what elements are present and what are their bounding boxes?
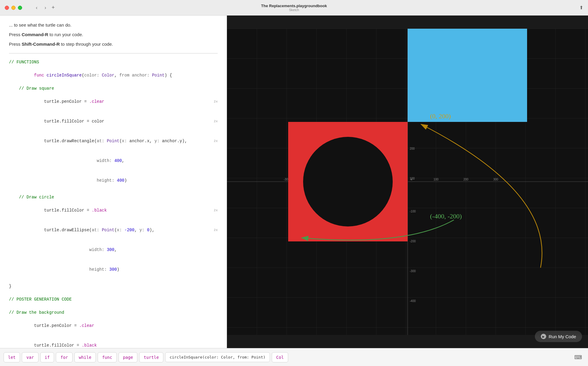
nav-back-button[interactable]: ‹ (34, 4, 39, 11)
keyword-col[interactable]: Col (272, 352, 288, 362)
svg-text:-400: -400 (410, 299, 416, 303)
code-line-ellipse-height: height: 300) (9, 260, 218, 279)
close-button[interactable] (5, 6, 9, 10)
divider (9, 53, 218, 53)
code-line-fillcolor-black: turtle.fillColor = .black 2x (9, 200, 218, 220)
svg-text:100: 100 (410, 177, 415, 180)
canvas-area: x -300 -200 -100 100 200 300 500 400 300… (227, 16, 588, 348)
badge-2x-1: 2x (214, 98, 218, 105)
svg-text:-200: -200 (410, 240, 416, 243)
svg-text:300: 300 (493, 178, 498, 181)
annotation-label-neg400-neg200: (-400, -200) (430, 212, 462, 220)
run-button-label: Run My Code (549, 334, 576, 339)
badge-2x-3: 2x (214, 138, 218, 144)
code-line-width1: width: 400, (9, 151, 218, 171)
badge-2x-4: 2x (214, 207, 218, 214)
bottom-bar: let var if for while func page turtle ci… (0, 348, 588, 366)
code-line-drawellipse: turtle.drawEllipse(at: Point(x: -200, y:… (9, 220, 218, 240)
nav-controls: ‹ › + (34, 4, 55, 11)
code-editor[interactable]: // FUNCTIONS func circleInSquare(color: … (9, 59, 218, 348)
keyword-var[interactable]: var (22, 352, 38, 362)
titlebar-center: The Replacements.playgroundbook Sketch (261, 4, 327, 12)
blue-square (408, 29, 527, 122)
prose-line2: Press Command-R to run your code. (9, 31, 218, 38)
code-line-fill-black2: turtle.fillColor = .black (9, 336, 218, 348)
code-line-drawrect1: turtle.drawRectangle(at: Point(x: anchor… (9, 131, 218, 151)
svg-text:200: 200 (463, 178, 469, 181)
code-line-comment-poster: // POSTER GENERATION CODE (9, 296, 218, 303)
badge-2x-2: 2x (214, 118, 218, 125)
window-subtitle: Sketch (289, 8, 299, 12)
titlebar-right: ⬆ (579, 5, 583, 10)
keyword-let[interactable]: let (4, 352, 20, 362)
keyword-page[interactable]: page (119, 352, 138, 362)
minimize-button[interactable] (11, 6, 16, 10)
code-line-pencolor-clear: turtle.penColor = .clear 2x (9, 92, 218, 111)
code-line-ellipse-width: width: 300, (9, 240, 218, 260)
code-line-height1: height: 400) (9, 171, 218, 190)
prose-line3: Press Shift-Command-R to step through yo… (9, 41, 218, 48)
code-line-comment-circle: // Draw circle (9, 194, 218, 200)
code-line-fillcolor-color: turtle.fillColor = color 2x (9, 111, 218, 131)
nav-forward-button[interactable]: › (43, 4, 48, 11)
badge-2x-5: 2x (214, 227, 218, 233)
keyboard-toggle-button[interactable]: ⌨ (572, 353, 584, 362)
maximize-button[interactable] (18, 6, 22, 10)
canvas-svg: x -300 -200 -100 100 200 300 500 400 300… (227, 16, 588, 348)
keyword-if[interactable]: if (40, 352, 54, 362)
keyword-circleInSquare[interactable]: circleInSquare(color: Color, from: Point… (165, 352, 270, 362)
run-icon: ▶ (541, 334, 546, 339)
code-panel: ... to see what the turtle can do. Press… (0, 16, 227, 348)
canvas-panel: x -300 -200 -100 100 200 300 500 400 300… (227, 16, 588, 348)
code-line-comment-bg: // Draw the background (9, 309, 218, 316)
keyword-func[interactable]: func (98, 352, 117, 362)
code-line-comment-square: // Draw square (9, 85, 218, 92)
run-my-code-button[interactable]: ▶ Run My Code (535, 331, 582, 342)
window-title: The Replacements.playgroundbook (261, 4, 327, 8)
code-line-pen-clear2: turtle.penColor = .clear ⊞ ⊞ ⊞ (9, 316, 218, 336)
prose-line1: ... to see what the turtle can do. (9, 22, 218, 29)
svg-text:100: 100 (434, 178, 439, 181)
svg-text:-100: -100 (410, 210, 416, 213)
code-line-comment-functions: // FUNCTIONS (9, 59, 218, 65)
svg-text:200: 200 (410, 147, 415, 150)
keyword-for[interactable]: for (56, 352, 72, 362)
window-controls (5, 6, 22, 10)
annotation-label-0-200: (0, 200) (430, 112, 451, 120)
keyword-while[interactable]: while (74, 352, 96, 362)
titlebar: ‹ › + The Replacements.playgroundbook Sk… (0, 0, 588, 16)
code-line-func-decl: func circleInSquare(color: Color, from a… (9, 65, 218, 85)
keyword-turtle[interactable]: turtle (139, 352, 163, 362)
svg-text:-300: -300 (410, 269, 416, 273)
add-button[interactable]: + (52, 4, 55, 11)
code-line-close-brace: } (9, 283, 218, 290)
share-button[interactable]: ⬆ (579, 5, 583, 10)
black-circle-1 (303, 137, 393, 226)
main-content: ... to see what the turtle can do. Press… (0, 16, 588, 348)
